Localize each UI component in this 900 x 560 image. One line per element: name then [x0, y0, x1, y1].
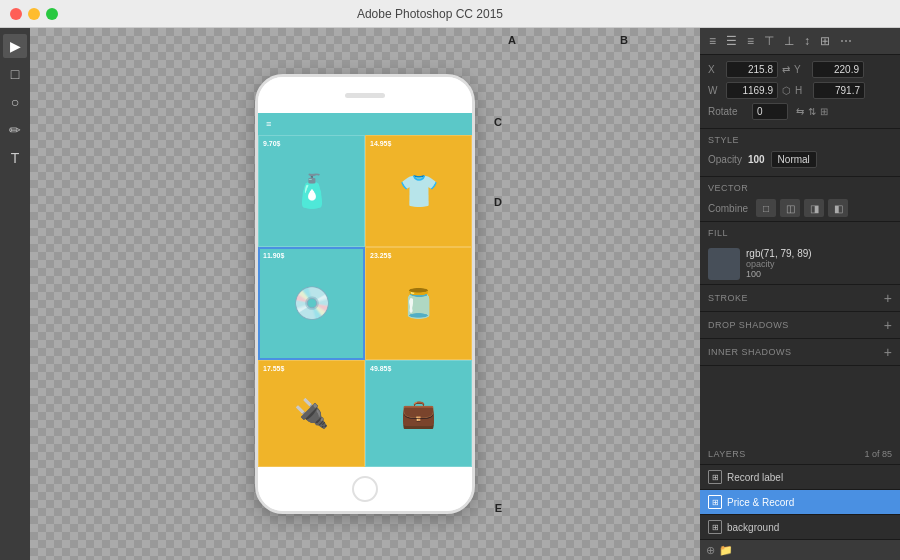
subtract-btn[interactable]: ◫	[780, 199, 800, 217]
price-2: 14.95$	[370, 140, 391, 147]
style-section-label: STYLE	[700, 129, 900, 147]
new-layer-icon[interactable]: ⊕	[706, 544, 715, 557]
select-tool[interactable]: ▶	[3, 34, 27, 58]
align-top-tool[interactable]: ⊤	[761, 32, 777, 50]
vector-section-label: VECTOR	[700, 177, 900, 195]
blend-mode-select[interactable]: Normal	[771, 151, 817, 168]
icon-2: 👕	[399, 172, 439, 210]
phone-grid: 9.70$ 🧴 14.95$ 👕 11.90$ 💿 23.25$ 🫙	[258, 135, 472, 467]
rotate-value[interactable]: 0	[752, 103, 788, 120]
app-title-text: ≡	[266, 119, 271, 129]
icon-3: 💿	[292, 284, 332, 322]
icon-6: 💼	[401, 397, 436, 430]
fill-opacity-value[interactable]: 100	[746, 269, 812, 279]
rotate-label: Rotate	[708, 106, 748, 117]
minimize-button[interactable]	[28, 8, 40, 20]
align-right-tool[interactable]: ≡	[744, 32, 757, 50]
price-5: 17.55$	[263, 365, 284, 372]
folder-icon[interactable]: 📁	[719, 544, 733, 557]
stroke-add-icon[interactable]: +	[884, 290, 892, 306]
flip-h-icon[interactable]: ⇆	[796, 106, 804, 117]
phone-screen: ≡ 9.70$ 🧴 14.95$ 👕 11.90$ 💿	[258, 113, 472, 467]
flip-v-icon[interactable]: ⇅	[808, 106, 816, 117]
icon-4: 🫙	[401, 287, 436, 320]
main-area: ▶ □ ○ ✏ T A B C D E ≡ 9.70$	[0, 28, 900, 560]
layer-price-record[interactable]: ⊞ Price & Record	[700, 490, 900, 515]
ellipse-tool[interactable]: ○	[3, 90, 27, 114]
layer-icon-1: ⊞	[708, 470, 722, 484]
phone-app-header: ≡	[258, 113, 472, 135]
label-c: C	[494, 116, 502, 128]
phone-mockup: ≡ 9.70$ 🧴 14.95$ 👕 11.90$ 💿	[255, 74, 475, 514]
price-3: 11.90$	[263, 252, 284, 259]
opacity-value[interactable]: 100	[748, 154, 765, 165]
label-b: B	[620, 34, 628, 46]
phone-speaker	[345, 93, 385, 98]
grid-cell-2: 14.95$ 👕	[365, 135, 472, 247]
bottom-toolbar: ⊕ 📁	[700, 540, 900, 560]
layer-name-1: Record label	[727, 472, 783, 483]
w-label: W	[708, 85, 722, 96]
layers-header: LAYERS 1 of 85	[700, 444, 900, 465]
drop-shadows-add-icon[interactable]: +	[884, 317, 892, 333]
swap-icon[interactable]: ⇄	[782, 64, 790, 75]
layers-section: LAYERS 1 of 85 ⊞ Record label ⊞ Price & …	[700, 444, 900, 540]
inner-shadows-section[interactable]: INNER SHADOWS +	[700, 339, 900, 366]
rectangle-tool[interactable]: □	[3, 62, 27, 86]
fill-color-swatch[interactable]	[708, 248, 740, 280]
window-title: Adobe Photoshop CC 2015	[70, 7, 790, 21]
right-panel: ≡ ☰ ≡ ⊤ ⊥ ↕ ⊞ ⋯ X 215.8 ⇄ Y 220.9 W 1169…	[700, 28, 900, 560]
spacing-tool[interactable]: ↕	[801, 32, 813, 50]
close-button[interactable]	[10, 8, 22, 20]
panel-toolbar: ≡ ☰ ≡ ⊤ ⊥ ↕ ⊞ ⋯	[700, 28, 900, 55]
difference-btn[interactable]: ◧	[828, 199, 848, 217]
layer-name-2: Price & Record	[727, 497, 794, 508]
layer-record-label[interactable]: ⊞ Record label	[700, 465, 900, 490]
y-value[interactable]: 220.9	[812, 61, 864, 78]
w-value[interactable]: 1169.9	[726, 82, 778, 99]
h-value[interactable]: 791.7	[813, 82, 865, 99]
layer-icon-2: ⊞	[708, 495, 722, 509]
align-center-tool[interactable]: ☰	[723, 32, 740, 50]
layer-background[interactable]: ⊞ background	[700, 515, 900, 540]
canvas-area: A B C D E ≡ 9.70$ 🧴 14.95	[30, 28, 700, 560]
style-section: Opacity 100 Normal	[700, 147, 900, 177]
layers-title: LAYERS	[708, 449, 746, 459]
grid-cell-6: 49.85$ 💼	[365, 360, 472, 467]
stroke-label: STROKE	[708, 293, 748, 303]
price-1: 9.70$	[263, 140, 281, 147]
phone-top	[258, 77, 472, 113]
phone-home-button[interactable]	[352, 476, 378, 502]
text-tool[interactable]: T	[3, 146, 27, 170]
h-label: H	[795, 85, 809, 96]
pen-tool[interactable]: ✏	[3, 118, 27, 142]
more-tool[interactable]: ⋯	[837, 32, 855, 50]
layer-icon-3: ⊞	[708, 520, 722, 534]
layers-count: 1 of 85	[864, 449, 892, 459]
phone-bottom	[258, 467, 472, 511]
link-icon[interactable]: ⬡	[782, 85, 791, 96]
inner-shadows-label: INNER SHADOWS	[708, 347, 792, 357]
label-d: D	[494, 196, 502, 208]
grid-cell-1: 9.70$ 🧴	[258, 135, 365, 247]
distribute-tool[interactable]: ⊥	[781, 32, 797, 50]
x-label: X	[708, 64, 722, 75]
align-left-tool[interactable]: ≡	[706, 32, 719, 50]
vector-section: Combine □ ◫ ◨ ◧	[700, 195, 900, 222]
stroke-section[interactable]: STROKE +	[700, 285, 900, 312]
union-btn[interactable]: □	[756, 199, 776, 217]
y-label: Y	[794, 64, 808, 75]
intersect-btn[interactable]: ◨	[804, 199, 824, 217]
grid-tool[interactable]: ⊞	[817, 32, 833, 50]
x-value[interactable]: 215.8	[726, 61, 778, 78]
properties-section: X 215.8 ⇄ Y 220.9 W 1169.9 ⬡ H 791.7 Rot…	[700, 55, 900, 129]
inner-shadows-add-icon[interactable]: +	[884, 344, 892, 360]
drop-shadows-section[interactable]: DROP SHADOWS +	[700, 312, 900, 339]
maximize-button[interactable]	[46, 8, 58, 20]
label-a: A	[508, 34, 516, 46]
fill-color-value[interactable]: rgb(71, 79, 89)	[746, 248, 812, 259]
fill-section-label: FILL	[700, 222, 900, 240]
grid-cell-3[interactable]: 11.90$ 💿	[258, 247, 365, 359]
transform-icon[interactable]: ⊞	[820, 106, 828, 117]
fill-section: rgb(71, 79, 89) opacity 100	[700, 240, 900, 285]
